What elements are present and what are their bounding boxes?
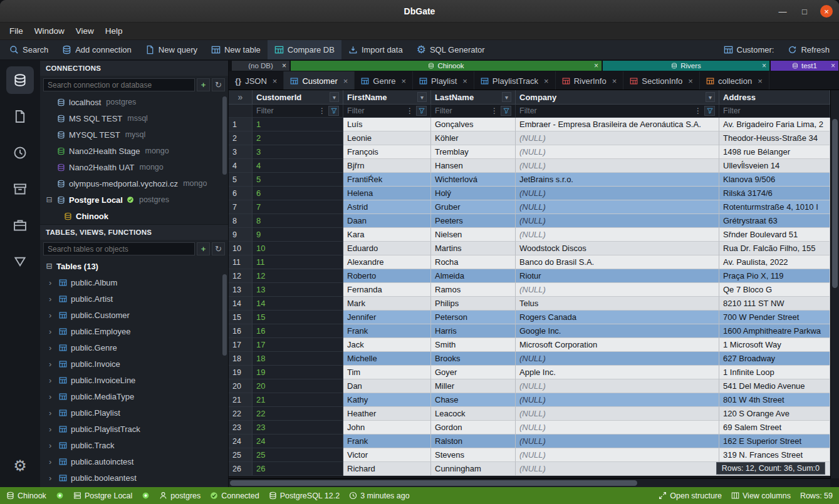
cell-lastname[interactable]: Leacock bbox=[431, 407, 516, 421]
cell-customerid[interactable]: 10 bbox=[253, 242, 343, 255]
row-number[interactable]: 22 bbox=[229, 407, 253, 421]
connection-olympus-medportal-vychozi-cz[interactable]: olympus-medportal.vychozi.czmongo bbox=[40, 175, 228, 192]
connections-scrollbar[interactable] bbox=[222, 96, 227, 175]
tab-riverinfo[interactable]: RiverInfo× bbox=[556, 71, 624, 90]
cell-customerid[interactable]: 18 bbox=[253, 352, 343, 366]
cell-customerid[interactable]: 15 bbox=[253, 311, 343, 324]
cell-firstname[interactable]: Fernanda bbox=[343, 283, 431, 297]
filter-menu-icon[interactable]: ⋮ bbox=[694, 106, 702, 115]
connection-ms-sql-test[interactable]: MS SQL TESTmssql bbox=[40, 110, 228, 126]
minimize-button[interactable]: — bbox=[776, 5, 789, 18]
filter-company[interactable]: Filter⋮ bbox=[516, 105, 719, 118]
table-item-public-invoiceline[interactable]: ›public.InvoiceLine bbox=[40, 372, 228, 388]
chevron-right-icon[interactable]: › bbox=[49, 359, 55, 369]
status-badge-badge[interactable] bbox=[56, 491, 64, 500]
rail-briefcase-button[interactable] bbox=[6, 212, 34, 239]
toolbar-refresh[interactable]: Refresh bbox=[781, 40, 836, 59]
row-number[interactable]: 12 bbox=[229, 269, 253, 283]
cell-firstname[interactable]: Daan bbox=[343, 214, 431, 228]
cell-lastname[interactable]: Miller bbox=[431, 379, 516, 393]
cell-company[interactable]: (NULL) bbox=[516, 283, 719, 297]
cell-address[interactable]: 69 Salem Street bbox=[719, 421, 830, 435]
grid-corner-button[interactable]: » bbox=[229, 90, 253, 105]
cell-customerid[interactable]: 24 bbox=[253, 435, 343, 448]
cell-company[interactable]: Riotur bbox=[516, 269, 719, 283]
cell-customerid[interactable]: 3 bbox=[253, 145, 343, 159]
cell-address[interactable]: Klanova 9/506 bbox=[719, 173, 830, 187]
row-number[interactable]: 17 bbox=[229, 338, 253, 352]
status-rows-59[interactable]: Rows: 59 bbox=[800, 491, 833, 500]
row-number[interactable]: 2 bbox=[229, 131, 253, 145]
cell-customerid[interactable]: 17 bbox=[253, 338, 343, 352]
tables-search-input[interactable] bbox=[43, 242, 195, 255]
filter-customerid[interactable]: Filter⋮ bbox=[253, 105, 343, 118]
row-number[interactable]: 20 bbox=[229, 379, 253, 393]
filter-menu-icon[interactable]: ⋮ bbox=[491, 106, 498, 115]
cell-customerid[interactable]: 2 bbox=[253, 131, 343, 145]
row-number[interactable]: 18 bbox=[229, 352, 253, 366]
toolbar-search[interactable]: Search bbox=[3, 40, 55, 59]
tab-playlist[interactable]: Playlist× bbox=[413, 71, 474, 90]
cell-lastname[interactable]: Cunningham bbox=[431, 462, 516, 476]
close-tab-icon[interactable]: × bbox=[343, 76, 348, 86]
rail-database-button[interactable] bbox=[6, 66, 34, 94]
chevron-right-icon[interactable]: › bbox=[49, 424, 55, 434]
cell-lastname[interactable]: Gonçalves bbox=[431, 118, 516, 131]
row-number[interactable]: 8 bbox=[229, 214, 253, 228]
cell-customerid[interactable]: 1 bbox=[253, 118, 343, 131]
tables-scrollbar[interactable] bbox=[222, 274, 227, 356]
filter-firstname[interactable]: Filter⋮ bbox=[343, 105, 431, 118]
cell-firstname[interactable]: FrantiŔek bbox=[343, 173, 431, 187]
close-group-icon[interactable]: × bbox=[282, 61, 286, 70]
chevron-right-icon[interactable]: › bbox=[49, 441, 55, 450]
cell-address[interactable]: Praça Pio X, 119 bbox=[719, 269, 830, 283]
cell-address[interactable]: Theodor-Heuss-Straße 34 bbox=[719, 131, 830, 145]
toolbar-new-table[interactable]: New table bbox=[204, 40, 268, 59]
tab-collection[interactable]: collection× bbox=[700, 71, 769, 90]
row-number[interactable]: 7 bbox=[229, 200, 253, 214]
vertical-scroll-thumb[interactable] bbox=[832, 119, 838, 288]
cell-lastname[interactable]: Wichterlová bbox=[431, 173, 516, 187]
cell-firstname[interactable]: Luís bbox=[343, 118, 431, 131]
table-item-public-album[interactable]: ›public.Album bbox=[40, 274, 228, 291]
chevron-right-icon[interactable]: › bbox=[49, 392, 55, 401]
column-dropdown-icon[interactable]: ▾ bbox=[417, 92, 427, 102]
grid-horizontal-scrollbar[interactable] bbox=[229, 478, 830, 487]
tab-json[interactable]: {}JSON× bbox=[229, 71, 284, 90]
cell-lastname[interactable]: Chase bbox=[431, 393, 516, 407]
cell-address[interactable]: Grétrystraat 63 bbox=[719, 214, 830, 228]
cell-firstname[interactable]: Astrid bbox=[343, 200, 431, 214]
cell-lastname[interactable]: Martins bbox=[431, 242, 516, 255]
cell-address[interactable]: 319 N. Frances Street bbox=[719, 448, 830, 462]
cell-address[interactable]: 1 Infinite Loop bbox=[719, 366, 830, 379]
cell-address[interactable]: 8210 111 ST NW bbox=[719, 297, 830, 311]
tabgroup-rivers[interactable]: Rivers× bbox=[603, 61, 769, 71]
close-group-icon[interactable]: × bbox=[762, 61, 766, 70]
chevron-right-icon[interactable]: › bbox=[49, 376, 55, 385]
row-number[interactable]: 11 bbox=[229, 255, 253, 269]
cell-firstname[interactable]: François bbox=[343, 145, 431, 159]
column-dropdown-icon[interactable]: ▾ bbox=[502, 92, 511, 102]
cell-company[interactable]: (NULL) bbox=[516, 214, 719, 228]
cell-company[interactable]: (NULL) bbox=[516, 407, 719, 421]
cell-lastname[interactable]: Gordon bbox=[431, 421, 516, 435]
rail-archive-button[interactable] bbox=[6, 175, 34, 203]
row-number[interactable]: 23 bbox=[229, 421, 253, 435]
row-number[interactable]: 26 bbox=[229, 462, 253, 476]
filter-funnel-icon[interactable] bbox=[416, 106, 427, 116]
row-number[interactable]: 10 bbox=[229, 242, 253, 255]
cell-lastname[interactable]: Peterson bbox=[431, 311, 516, 324]
cell-address[interactable]: 162 E Superior Street bbox=[719, 435, 830, 448]
tab-sectioninfo[interactable]: SectionInfo× bbox=[623, 71, 700, 90]
column-dropdown-icon[interactable]: ▾ bbox=[330, 92, 339, 102]
chevron-right-icon[interactable]: › bbox=[49, 343, 55, 352]
close-tab-icon[interactable]: × bbox=[462, 76, 467, 86]
cell-customerid[interactable]: 25 bbox=[253, 448, 343, 462]
cell-firstname[interactable]: Kara bbox=[343, 228, 431, 242]
cell-company[interactable]: (NULL) bbox=[516, 145, 719, 159]
cell-firstname[interactable]: Roberto bbox=[343, 269, 431, 283]
cell-firstname[interactable]: Kathy bbox=[343, 393, 431, 407]
close-tab-icon[interactable]: × bbox=[758, 76, 763, 86]
cell-firstname[interactable]: Dan bbox=[343, 379, 431, 393]
filter-lastname[interactable]: Filter⋮ bbox=[431, 105, 516, 118]
